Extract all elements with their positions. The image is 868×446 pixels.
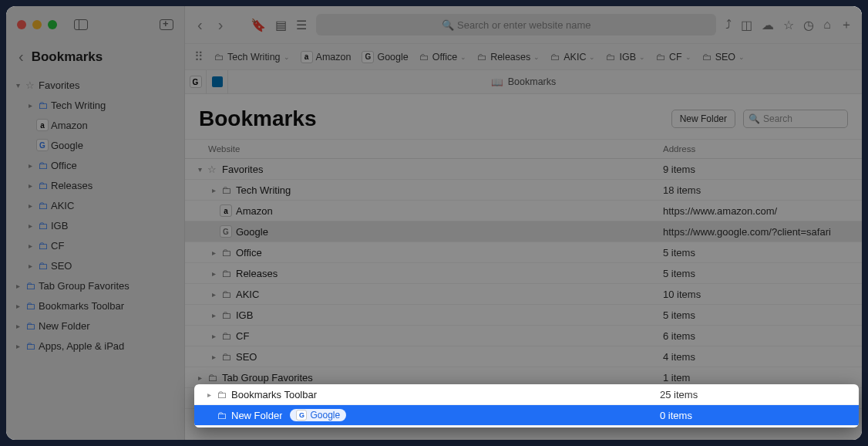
nav-forward-icon[interactable]: › (215, 16, 227, 34)
favbar-item[interactable]: 🗀CF⌄ (656, 51, 691, 63)
toolbar: ‹ › 🔖 ▤ ☰ 🔍 Search or enter website name… (185, 6, 862, 43)
share-icon[interactable]: ⤴ (725, 18, 732, 32)
column-website[interactable]: Website (185, 140, 657, 158)
table-row[interactable]: ▸ 🗀 SEO 4 items (185, 346, 862, 367)
table-row[interactable]: a Amazon https://www.amazon.com/ (185, 201, 862, 221)
nav-back-icon[interactable]: ‹ (194, 16, 206, 34)
address-bar[interactable]: 🔍 Search or enter website name (316, 14, 716, 35)
folder-icon: 🗀 (38, 220, 48, 231)
tree-item[interactable]: ▸🗀Tab Group Favorites (6, 275, 184, 296)
chevron-down-icon: ⌄ (460, 53, 466, 61)
favbar-item[interactable]: 🗀IGB⌄ (606, 51, 645, 63)
tab-overview-icon[interactable]: ☰ (296, 18, 307, 32)
disclosure-icon[interactable]: ▸ (208, 290, 219, 299)
table-row[interactable]: ▸ 🗀 IGB 5 items (185, 305, 862, 326)
column-address[interactable]: Address (657, 140, 862, 158)
table-row[interactable]: 🗀 New FolderGGoogle 0 items (194, 405, 859, 426)
search-icon: 🔍 (442, 19, 454, 31)
new-tab-group-icon[interactable] (160, 19, 173, 30)
folder-icon: 🗀 (606, 52, 616, 63)
google-icon: G (190, 76, 202, 88)
chevron-down-icon: ⌄ (639, 53, 645, 61)
disclosure-icon[interactable]: ▸ (208, 248, 219, 257)
tab-google[interactable]: G (185, 70, 207, 93)
table-row[interactable]: G Google https://www.google.com/?client=… (185, 221, 862, 242)
tab-title: Bookmarks (508, 76, 557, 87)
folder-icon: 🗀 (656, 52, 666, 63)
folder-icon: 🗀 (702, 52, 712, 63)
table-row[interactable]: ▸ 🗀 Office 5 items (185, 242, 862, 263)
table-row[interactable]: ▸ 🗀 AKIC 10 items (185, 284, 862, 305)
disclosure-icon[interactable]: ▸ (208, 332, 219, 340)
tabs-icon[interactable]: ◫ (741, 18, 752, 32)
tree-item[interactable]: ▸🗀Office (6, 155, 184, 175)
folder-icon: 🗀 (38, 240, 48, 252)
back-icon[interactable]: ‹ (19, 48, 24, 66)
bookmark-icon[interactable]: 🔖 (251, 18, 266, 32)
search-icon: 🔍 (749, 113, 760, 124)
book-icon: 📖 (491, 76, 503, 88)
tree-favorites[interactable]: ▾☆Favorites (6, 75, 184, 95)
disclosure-icon[interactable]: ▸ (204, 390, 214, 399)
home-icon[interactable]: ⌂ (823, 18, 831, 32)
bookmarks-search[interactable]: 🔍 Search (743, 110, 848, 128)
tree-item[interactable]: ▸🗀Releases (6, 175, 184, 195)
favbar-item[interactable]: 🗀AKIC⌄ (550, 51, 595, 63)
tree-item[interactable]: ▸🗀Bookmarks Toolbar (6, 296, 184, 316)
google-icon: G (220, 225, 232, 238)
search-placeholder: Search (763, 113, 792, 124)
tree-item[interactable]: ▸🗀Tech Writing (6, 95, 184, 115)
favbar-item[interactable]: 🗀Office⌄ (419, 51, 466, 63)
apps-icon[interactable]: ⠿ (194, 49, 204, 64)
disclosure-icon[interactable]: ▸ (208, 353, 219, 361)
favbar-item[interactable]: aAmazon (301, 51, 352, 63)
tree-item[interactable]: ▸🗀SEO (6, 255, 184, 275)
disclosure-icon[interactable]: ▸ (208, 269, 219, 278)
tree-item[interactable]: aAmazon (6, 115, 184, 135)
amazon-icon: a (36, 119, 49, 131)
favbar-item[interactable]: 🗀SEO⌄ (702, 51, 745, 63)
folder-icon: 🗀 (221, 289, 231, 300)
zoom-window-icon[interactable] (48, 20, 57, 29)
tree-item[interactable]: ▸🗀AKIC (6, 195, 184, 215)
tree-item[interactable]: ▸🗀New Folder (6, 316, 184, 336)
table-row[interactable]: ▸ 🗀 CF 6 items (185, 326, 862, 346)
amazon-icon: a (301, 51, 313, 63)
reading-list-icon[interactable]: ▤ (275, 18, 287, 32)
tree-item[interactable]: ▸🗀Apps, Apple & iPad (6, 336, 184, 356)
tree-item[interactable]: ▸🗀CF (6, 235, 184, 255)
sidebar-toggle-icon[interactable] (74, 19, 88, 30)
new-folder-button[interactable]: New Folder (671, 110, 735, 128)
disclosure-icon[interactable]: ▸ (194, 373, 205, 382)
folder-icon: 🗀 (221, 351, 231, 363)
folder-icon: 🗀 (477, 52, 487, 63)
table-row[interactable]: ▸ 🗀 Bookmarks Toolbar 25 items (194, 384, 859, 405)
tab-trello[interactable] (207, 70, 228, 93)
favbar-item[interactable]: 🗀Releases⌄ (477, 51, 540, 63)
chevron-down-icon: ⌄ (533, 53, 540, 61)
table-row[interactable]: ▸ 🗀 Tech Writing 18 items (185, 180, 862, 201)
new-tab-icon[interactable]: ＋ (840, 17, 853, 33)
icloud-icon[interactable]: ☁ (762, 18, 774, 32)
close-window-icon[interactable] (17, 20, 26, 29)
disclosure-icon[interactable]: ▾ (194, 165, 205, 174)
disclosure-icon[interactable]: ▸ (208, 311, 219, 319)
favbar-item[interactable]: GGoogle (362, 51, 408, 63)
google-icon: G (362, 51, 374, 63)
folder-icon: 🗀 (221, 309, 231, 321)
chevron-down-icon: ⌄ (589, 53, 595, 61)
disclosure-icon[interactable]: ▸ (208, 186, 219, 194)
tree-item[interactable]: ▸🗀IGB (6, 215, 184, 235)
favbar-item[interactable]: 🗀Tech Writing⌄ (214, 51, 290, 63)
folder-icon: 🗀 (221, 184, 231, 196)
folder-icon: 🗀 (221, 268, 231, 279)
table-row[interactable]: ▾ ☆ Favorites 9 items (185, 159, 862, 180)
favorites-icon[interactable]: ☆ (783, 18, 794, 32)
amazon-icon: a (220, 204, 232, 217)
history-icon[interactable]: ◷ (803, 18, 814, 32)
tree-item[interactable]: GGoogle (6, 135, 184, 155)
chevron-down-icon: ⌄ (738, 53, 745, 61)
window-controls[interactable] (17, 20, 57, 29)
minimize-window-icon[interactable] (32, 20, 42, 29)
table-row[interactable]: ▸ 🗀 Releases 5 items (185, 263, 862, 284)
